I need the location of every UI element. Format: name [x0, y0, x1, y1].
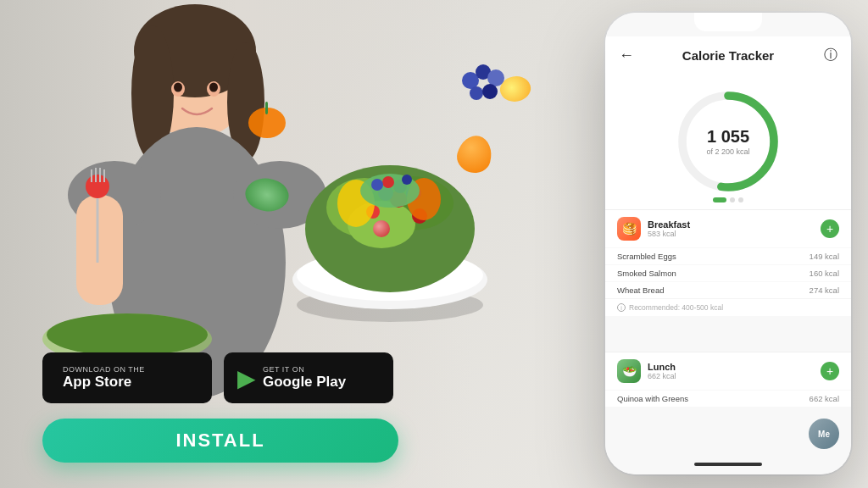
deco-cherry — [373, 220, 390, 237]
google-play-icon: ▶ — [237, 364, 256, 392]
breakfast-item-1-kcal: 149 kcal — [810, 252, 839, 261]
breakfast-kcal: 583 kcal — [648, 230, 690, 238]
lunch-header: 🥗 Lunch 662 kcal + — [605, 352, 851, 390]
ring-text: 1 055 of 2 200 kcal — [706, 128, 749, 156]
apple-store-text: Download on the App Store — [63, 365, 145, 391]
info-icon: i — [617, 303, 626, 312]
carousel-dots — [713, 197, 743, 202]
lunch-info: 🥗 Lunch 662 kcal — [617, 359, 821, 383]
lunch-item-1-kcal: 662 kcal — [810, 394, 839, 403]
app-title: Calorie Tracker — [682, 48, 774, 63]
breakfast-header: 🥞 Breakfast 583 kcal + — [605, 209, 851, 247]
calorie-total-label: of 2 200 kcal — [706, 147, 749, 156]
dot-1 — [713, 197, 726, 202]
google-play-small-text: GET IT ON — [263, 365, 346, 374]
breakfast-icon: 🥞 — [617, 217, 641, 241]
recommended-note: i Recommended: 400-500 kcal — [605, 298, 851, 316]
breakfast-name: Breakfast — [648, 219, 690, 230]
food-bowl-decoration — [263, 68, 534, 339]
calorie-ring: 1 055 of 2 200 kcal — [677, 91, 779, 192]
install-button[interactable]: INSTALL — [42, 419, 398, 463]
svg-rect-7 — [76, 195, 123, 305]
phone-screen: ← Calorie Tracker ⓘ 1 055 of 2 200 kcal — [605, 13, 851, 474]
calorie-ring-section: 1 055 of 2 200 kcal — [605, 74, 851, 209]
lunch-item-1-name: Quinoa with Greens — [617, 394, 688, 403]
google-play-button[interactable]: ▶ GET IT ON Google Play — [224, 352, 393, 403]
avatar[interactable]: Me — [809, 419, 839, 449]
breakfast-add-button[interactable]: + — [821, 219, 839, 238]
total-value: 2 200 kcal — [715, 147, 750, 156]
dot-2 — [730, 197, 735, 202]
lunch-name: Lunch — [648, 362, 676, 372]
info-button[interactable]: ⓘ — [824, 47, 837, 64]
svg-point-38 — [371, 179, 383, 191]
table-row: Quinoa with Greens 662 kcal — [605, 390, 851, 407]
calorie-value: 1 055 — [706, 128, 749, 145]
svg-point-11 — [174, 83, 182, 92]
apple-store-button[interactable]: Download on the App Store — [42, 352, 212, 403]
phone-mockup: ← Calorie Tracker ⓘ 1 055 of 2 200 kcal — [605, 13, 851, 474]
recommended-text: Recommended: 400-500 kcal — [629, 303, 723, 312]
lunch-section: 🥗 Lunch 662 kcal + Quinoa with Greens 66… — [605, 352, 851, 407]
lunch-icon: 🥗 — [617, 359, 641, 383]
back-button[interactable]: ← — [619, 47, 634, 64]
breakfast-item-2-kcal: 160 kcal — [810, 269, 839, 278]
table-row: Smoked Salmon 160 kcal — [605, 264, 851, 281]
breakfast-item-1-name: Scrambled Eggs — [617, 252, 676, 261]
breakfast-item-3-kcal: 274 kcal — [810, 286, 839, 295]
breakfast-item-2-name: Smoked Salmon — [617, 269, 676, 278]
lunch-add-button[interactable]: + — [821, 362, 839, 380]
svg-point-20 — [47, 313, 208, 356]
phone-notch — [694, 13, 762, 31]
install-button-label: INSTALL — [175, 430, 264, 452]
svg-point-43 — [470, 86, 483, 100]
floating-apple — [246, 93, 288, 143]
apple-store-big-text: App Store — [63, 374, 145, 391]
breakfast-item-3-name: Wheat Bread — [617, 286, 664, 295]
table-row: Scrambled Eggs 149 kcal — [605, 247, 851, 264]
svg-rect-46 — [265, 102, 268, 114]
store-buttons-container: Download on the App Store ▶ GET IT ON Go… — [42, 352, 393, 403]
dot-3 — [738, 197, 743, 202]
google-play-text: GET IT ON Google Play — [263, 365, 346, 391]
table-row: Wheat Bread 274 kcal — [605, 281, 851, 298]
of-label: of — [706, 147, 713, 156]
breakfast-info: 🥞 Breakfast 583 kcal — [617, 217, 821, 241]
svg-point-44 — [482, 84, 498, 99]
svg-point-37 — [382, 176, 394, 188]
breakfast-section: 🥞 Breakfast 583 kcal + Scrambled Eggs 14… — [605, 209, 851, 316]
svg-point-12 — [209, 83, 218, 92]
svg-point-39 — [402, 175, 412, 185]
avatar-label: Me — [818, 430, 830, 439]
google-play-big-text: Google Play — [263, 374, 346, 391]
app-header: ← Calorie Tracker ⓘ — [605, 36, 851, 74]
svg-point-13 — [86, 175, 109, 198]
apple-store-small-text: Download on the — [63, 365, 145, 374]
phone-home-indicator — [694, 463, 762, 466]
lunch-kcal: 662 kcal — [648, 372, 676, 380]
floating-blueberries — [458, 59, 517, 114]
